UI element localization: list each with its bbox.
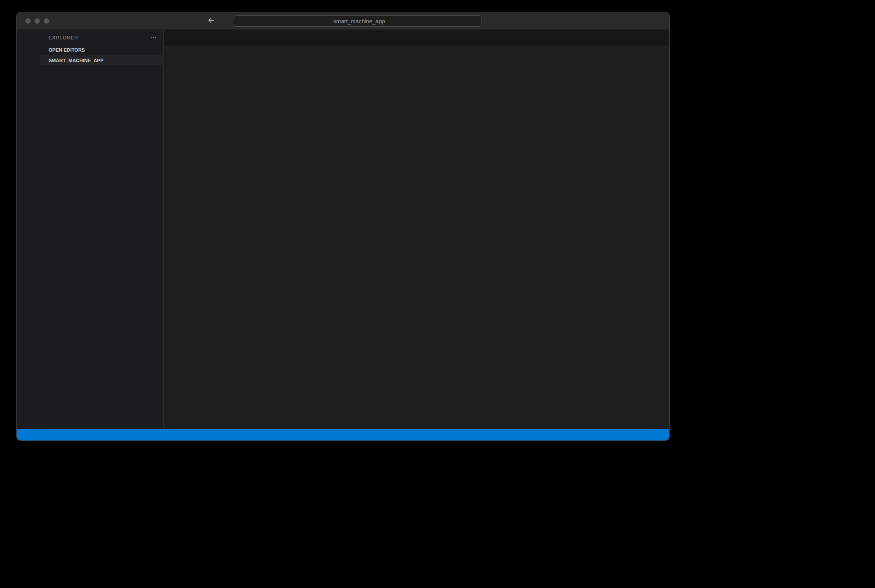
command-center-search[interactable]: smart_machine_app xyxy=(234,15,481,27)
status-bar xyxy=(17,429,669,440)
workbench: EXPLORER ⋯ OPEN EDITORS SMART_MACHINE_AP… xyxy=(17,30,669,429)
explorer-sidebar: EXPLORER ⋯ OPEN EDITORS SMART_MACHINE_AP… xyxy=(40,30,164,429)
zoom-window-button[interactable] xyxy=(44,18,49,24)
activity-bar xyxy=(17,30,40,429)
window-controls xyxy=(25,18,49,24)
search-text: smart_machine_app xyxy=(334,18,385,25)
line-numbers-gutter[interactable] xyxy=(164,56,195,429)
chevron-down-icon xyxy=(42,57,49,64)
editor-area xyxy=(164,30,669,429)
project-header[interactable]: SMART_MACHINE_APP xyxy=(40,55,163,65)
sidebar-title: EXPLORER xyxy=(49,35,78,40)
more-actions-icon[interactable]: ⋯ xyxy=(150,34,157,42)
code-editor[interactable] xyxy=(195,56,669,429)
chevron-down-icon xyxy=(42,46,49,53)
activity-bar-spacer xyxy=(17,31,40,429)
back-icon[interactable] xyxy=(207,17,215,26)
vscode-window: smart_machine_app EXPLORER ⋯ OPEN EDITOR… xyxy=(16,12,670,441)
history-navigation xyxy=(207,12,222,30)
sidebar-title-row: EXPLORER ⋯ xyxy=(40,30,163,45)
open-editors-header[interactable]: OPEN EDITORS xyxy=(40,45,163,55)
tab-bar xyxy=(164,30,669,46)
breadcrumb xyxy=(164,46,669,56)
project-label: SMART_MACHINE_APP xyxy=(49,58,103,63)
open-editors-label: OPEN EDITORS xyxy=(49,47,85,53)
close-window-button[interactable] xyxy=(25,18,31,24)
minimize-window-button[interactable] xyxy=(35,18,40,24)
titlebar: smart_machine_app xyxy=(17,12,669,30)
code-region xyxy=(164,56,669,429)
